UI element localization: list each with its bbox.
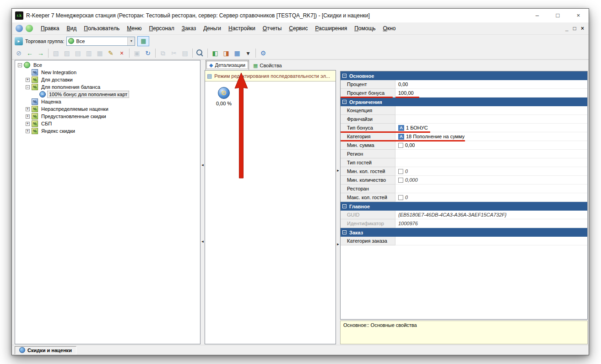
property-section-header[interactable]: −Заказ	[341, 228, 587, 237]
tree-root[interactable]: −Все	[15, 61, 200, 69]
property-value[interactable]	[395, 106, 587, 115]
close-button-icon[interactable]: ×	[568, 9, 589, 22]
expand-plus-icon[interactable]: +	[26, 107, 30, 111]
property-row[interactable]: GUID{EB5180E7-46DB-4CA3-A36A-3AEF15CA732…	[341, 211, 587, 219]
collapse-right-icon[interactable]: ▸	[336, 242, 340, 246]
property-row[interactable]: Мин. сумма0,00	[341, 141, 587, 150]
expand-minus-icon[interactable]: −	[26, 85, 30, 89]
property-row[interactable]: Макс. кол. гостей0	[341, 193, 587, 202]
menu-item[interactable]: Правка	[37, 23, 63, 34]
expand-minus-icon[interactable]: −	[18, 63, 22, 67]
expand-plus-icon[interactable]: +	[26, 129, 30, 133]
menu-item[interactable]: Пользователь	[80, 23, 123, 34]
menu-item[interactable]: Окно	[379, 23, 400, 34]
filter-view-icon[interactable]: ◧	[210, 48, 220, 58]
property-value[interactable]: 0,000	[395, 176, 587, 185]
property-value[interactable]: 0	[395, 193, 587, 202]
tree-item[interactable]: 100% бонус для пополнения карт	[15, 91, 200, 98]
checkbox[interactable]	[398, 195, 403, 200]
trade-group-icon[interactable]: ▸	[15, 37, 23, 45]
tab-properties[interactable]: ▦ Свойства	[250, 61, 285, 70]
forward-icon[interactable]: →	[36, 48, 46, 58]
checkbox[interactable]	[398, 169, 403, 174]
menu-item[interactable]: Меню	[123, 23, 145, 34]
property-value[interactable]: A1 БОНУС	[395, 124, 587, 132]
trade-group-combobox[interactable]: Все ▼	[66, 37, 135, 46]
section-collapse-icon[interactable]: −	[342, 230, 347, 234]
menu-item[interactable]: Настройки	[225, 23, 259, 34]
refresh-icon[interactable]: ↻	[143, 48, 153, 58]
property-value[interactable]: {EB5180E7-46DB-4CA3-A36A-3AEF15CA732F}	[395, 211, 587, 219]
splitter-right[interactable]: ▸ ▸	[336, 60, 340, 344]
section-collapse-icon[interactable]: −	[342, 204, 347, 208]
property-value[interactable]	[395, 185, 587, 193]
delete-icon[interactable]: ×	[117, 48, 127, 58]
property-section-header[interactable]: −Главное	[341, 202, 587, 211]
collapse-left-icon[interactable]: ◂	[200, 239, 205, 244]
property-row[interactable]: Тип бонусаA1 БОНУС	[341, 124, 587, 132]
mdi-minimize-icon[interactable]: _	[565, 25, 569, 32]
menu-item[interactable]: Заказ	[178, 23, 200, 34]
maximize-button-icon[interactable]: □	[547, 9, 568, 22]
collapse-left-icon[interactable]: ◂	[200, 163, 205, 167]
property-value[interactable]: A18 Пополнение на сумму	[395, 132, 587, 141]
tree-item[interactable]: Наценка	[15, 98, 200, 105]
expand-plus-icon[interactable]: +	[26, 122, 30, 126]
titlebar[interactable]: r.k R-Keeper 7 Менеджерская станция (Рес…	[12, 9, 589, 22]
tree-item[interactable]: New Integration	[15, 69, 200, 76]
property-row[interactable]: Процент бонуса100,00	[341, 89, 587, 98]
property-value[interactable]: 0,00	[395, 141, 587, 150]
property-section-header[interactable]: −Ограничения	[341, 98, 587, 106]
expand-plus-icon[interactable]: +	[26, 78, 30, 82]
tree-item[interactable]: +Предустановленные скидки	[15, 113, 200, 120]
splitter-left[interactable]: ◂ ◂	[200, 60, 205, 344]
tree-item[interactable]: −Для пополнения баланса	[15, 83, 200, 91]
menu-item[interactable]: Отчеты	[259, 23, 286, 34]
property-row[interactable]: Категория заказа	[341, 237, 587, 245]
settings-gear-icon[interactable]: ⚙	[258, 48, 268, 58]
tree-item[interactable]: +Яндекс скидки	[15, 127, 200, 135]
menu-item[interactable]: Помощь	[351, 23, 379, 34]
collapse-right-icon[interactable]: ▸	[336, 168, 340, 173]
menu-item[interactable]: Вид	[63, 23, 81, 34]
search-icon[interactable]	[195, 48, 205, 58]
table-view-dropdown-icon[interactable]: ▾	[243, 48, 253, 58]
property-row[interactable]: Мин. кол. гостей0	[341, 167, 587, 176]
menu-item[interactable]: Расширения	[311, 23, 351, 34]
tree-item[interactable]: +Нераспределяемые наценки	[15, 105, 200, 113]
app-info-icon[interactable]	[16, 25, 23, 32]
menu-item[interactable]: Деньги	[200, 23, 225, 34]
property-row[interactable]: Франчайзи	[341, 115, 587, 124]
property-row[interactable]: КатегорияA18 Пополнение на сумму	[341, 132, 587, 141]
detalization-item[interactable]: 0,00 %	[210, 87, 238, 106]
table-view-icon[interactable]: ▦	[232, 48, 242, 58]
combobox-dropdown-icon[interactable]: ▼	[127, 37, 135, 45]
sort-view-icon[interactable]: ◨	[221, 48, 231, 58]
property-value[interactable]	[395, 115, 587, 124]
mdi-restore-icon[interactable]: □	[573, 25, 576, 32]
property-row[interactable]: Идентификатор1000976	[341, 219, 587, 228]
property-value[interactable]: 0,00	[395, 80, 587, 89]
property-row[interactable]: Тип гостей	[341, 158, 587, 167]
minimize-button-icon[interactable]: –	[527, 9, 547, 22]
property-row[interactable]: Регион	[341, 150, 587, 158]
cancel-icon[interactable]: ⊘	[14, 48, 24, 58]
edit-icon[interactable]: ✎	[106, 48, 116, 58]
expand-plus-icon[interactable]: +	[26, 114, 30, 119]
menu-item[interactable]: Персонал	[146, 23, 178, 34]
property-value[interactable]: 1000976	[395, 219, 587, 228]
section-collapse-icon[interactable]: −	[342, 100, 347, 104]
tab-detalization[interactable]: ◆ Детализации	[206, 60, 249, 70]
property-value[interactable]: 0	[395, 167, 587, 176]
mdi-close-icon[interactable]: ×	[581, 25, 584, 32]
property-row[interactable]: Концепция	[341, 106, 587, 115]
property-value[interactable]: 100,00	[395, 89, 587, 98]
tree-item[interactable]: +Для доставки	[15, 76, 200, 83]
trade-group-settings-button[interactable]: ▦	[137, 36, 149, 46]
property-value[interactable]	[395, 150, 587, 158]
section-collapse-icon[interactable]: −	[342, 74, 347, 78]
property-row[interactable]: Мин. количество0,000	[341, 176, 587, 185]
property-row[interactable]: Процент0,00	[341, 80, 587, 89]
property-row[interactable]: Ресторан	[341, 185, 587, 193]
tree-item[interactable]: +СБП	[15, 120, 200, 127]
